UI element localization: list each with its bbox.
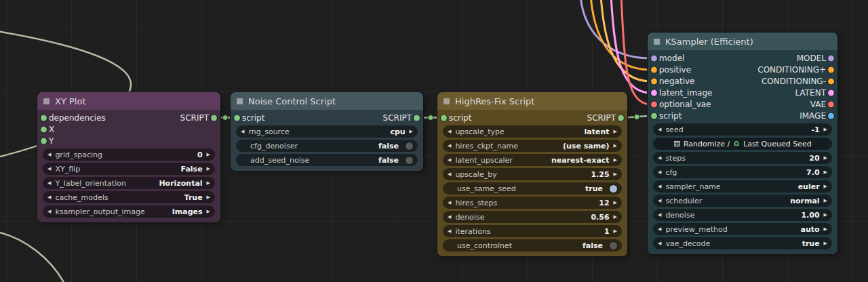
toggle-knob[interactable] [406,157,413,164]
decrement-arrow[interactable]: ◀ [448,201,451,205]
decrement-arrow[interactable]: ◀ [448,172,451,177]
decrement-arrow[interactable]: ◀ [448,129,451,134]
decrement-arrow[interactable]: ◀ [658,127,661,132]
widget-rng-source[interactable]: ◀ rng_source cpu ▶ [236,125,418,138]
widget-preview-method[interactable]: ◀ preview_method auto ▶ [653,223,832,235]
input-slot-script[interactable] [234,115,240,121]
widget-hires-steps[interactable]: ◀ hires_steps 12 ▶ [443,197,622,209]
increment-arrow[interactable]: ▶ [824,170,827,175]
widget-vae-decode[interactable]: ◀ vae_decode true ▶ [653,237,832,249]
increment-arrow[interactable]: ▶ [824,156,827,161]
widget-iterations[interactable]: ◀ iterations 1 ▶ [443,225,622,237]
input-slot-dependencies[interactable] [41,115,47,121]
widget-steps[interactable]: ◀ steps 20 ▶ [653,152,832,164]
output-slot-script[interactable] [211,115,217,121]
input-slot-script[interactable] [651,113,657,119]
increment-arrow[interactable]: ▶ [207,195,210,200]
increment-arrow[interactable]: ▶ [824,127,827,132]
node-graph-canvas[interactable]: XY Plot dependencies SCRIPT X Y ◀ grid_s… [0,0,868,282]
increment-arrow[interactable]: ▶ [824,199,827,203]
decrement-arrow[interactable]: ◀ [658,199,661,203]
link-dot[interactable] [222,115,228,121]
output-slot-script[interactable] [414,115,420,121]
widget-latent-upscaler[interactable]: ◀ latent_upscaler nearest-exact ▶ [443,154,622,166]
increment-arrow[interactable]: ▶ [614,129,617,134]
node-xy-plot[interactable]: XY Plot dependencies SCRIPT X Y ◀ grid_s… [37,92,220,222]
node-header[interactable]: HighRes-Fix Script [437,92,627,110]
increment-arrow[interactable]: ▶ [614,215,617,220]
output-slot-script[interactable] [618,115,624,121]
collapse-icon[interactable] [443,98,450,104]
increment-arrow[interactable]: ▶ [614,172,617,177]
toggle-knob[interactable] [406,142,413,150]
increment-arrow[interactable]: ▶ [824,184,827,189]
increment-arrow[interactable]: ▶ [824,241,827,246]
node-header[interactable]: XY Plot [37,92,220,110]
widget-seed[interactable]: ◀ seed -1 ▶ [653,123,832,136]
widget-use-controlnet[interactable]: use_controlnet false [443,239,622,251]
input-slot-optional-vae[interactable] [651,101,657,107]
collapse-icon[interactable] [237,98,243,104]
widget-sampler-name[interactable]: ◀ sampler_name euler ▶ [653,180,832,193]
increment-arrow[interactable]: ▶ [614,229,617,234]
output-slot-model[interactable] [828,55,834,61]
decrement-arrow[interactable]: ◀ [658,213,661,218]
decrement-arrow[interactable]: ◀ [47,181,51,186]
decrement-arrow[interactable]: ◀ [47,167,51,172]
decrement-arrow[interactable]: ◀ [658,170,661,175]
decrement-arrow[interactable]: ◀ [448,215,451,220]
output-slot-conditioning-plus[interactable] [828,66,834,73]
increment-arrow[interactable]: ▶ [614,144,617,148]
decrement-arrow[interactable]: ◀ [658,227,661,232]
decrement-arrow[interactable]: ◀ [47,153,51,157]
widget-upscale-type[interactable]: ◀ upscale_type latent ▶ [443,125,622,138]
collapse-icon[interactable] [654,39,660,45]
widget-ks-denoise[interactable]: ◀ denoise 1.00 ▶ [653,209,832,221]
increment-arrow[interactable]: ▶ [614,201,617,205]
decrement-arrow[interactable]: ◀ [658,184,661,189]
collapse-icon[interactable] [43,98,50,104]
input-slot-model[interactable] [651,55,657,61]
widget-add-seed-noise[interactable]: add_seed_noise false [236,154,418,166]
input-slot-y[interactable] [41,138,47,144]
decrement-arrow[interactable]: ◀ [448,229,451,234]
widget-cfg-denoiser[interactable]: cfg_denoiser false [236,140,418,152]
seed-control-button[interactable]: ⚄ Randomize / ♻ Last Queued Seed [653,138,832,150]
increment-arrow[interactable]: ▶ [207,181,210,186]
increment-arrow[interactable]: ▶ [614,158,617,163]
widget-ksampler-output-image[interactable]: ◀ ksampler_output_image Images ▶ [43,205,215,218]
decrement-arrow[interactable]: ◀ [448,144,451,148]
widget-hires-ckpt-name[interactable]: ◀ hires_ckpt_name (use same) ▶ [443,140,622,152]
decrement-arrow[interactable]: ◀ [658,156,661,161]
increment-arrow[interactable]: ▶ [824,213,827,218]
node-highres-fix-script[interactable]: HighRes-Fix Script script SCRIPT ◀ upsca… [437,92,627,256]
widget-grid-spacing[interactable]: ◀ grid_spacing 0 ▶ [43,148,215,161]
widget-y-label-orientation[interactable]: ◀ Y_label_orientation Horizontal ▶ [43,177,215,189]
increment-arrow[interactable]: ▶ [207,167,210,172]
increment-arrow[interactable]: ▶ [824,227,827,232]
widget-cache-models[interactable]: ◀ cache_models True ▶ [43,191,215,203]
node-noise-control-script[interactable]: Noise Control Script script SCRIPT ◀ rng… [231,92,423,171]
widget-xy-flip[interactable]: ◀ XY_flip False ▶ [43,163,215,175]
link-dot[interactable] [634,115,639,120]
increment-arrow[interactable]: ▶ [410,129,413,134]
increment-arrow[interactable]: ▶ [207,153,210,157]
decrement-arrow[interactable]: ◀ [47,209,51,214]
output-slot-vae[interactable] [828,101,834,107]
increment-arrow[interactable]: ▶ [207,209,210,214]
widget-cfg[interactable]: ◀ cfg 7.0 ▶ [653,166,832,178]
output-slot-latent[interactable] [828,89,834,96]
node-ksampler-efficient[interactable]: KSampler (Efficient) model MODEL positiv… [648,33,837,254]
toggle-knob[interactable] [610,242,617,249]
input-slot-negative[interactable] [651,78,657,84]
output-slot-conditioning-minus[interactable] [828,78,834,84]
decrement-arrow[interactable]: ◀ [47,195,51,200]
node-header[interactable]: KSampler (Efficient) [648,33,837,50]
link-dot[interactable] [428,115,433,121]
toggle-knob[interactable] [610,185,617,193]
output-slot-image[interactable] [828,113,834,119]
widget-hr-denoise[interactable]: ◀ denoise 0.56 ▶ [443,211,622,223]
widget-use-same-seed[interactable]: use_same_seed true [443,182,622,195]
decrement-arrow[interactable]: ◀ [448,158,451,163]
input-slot-x[interactable] [41,126,47,132]
